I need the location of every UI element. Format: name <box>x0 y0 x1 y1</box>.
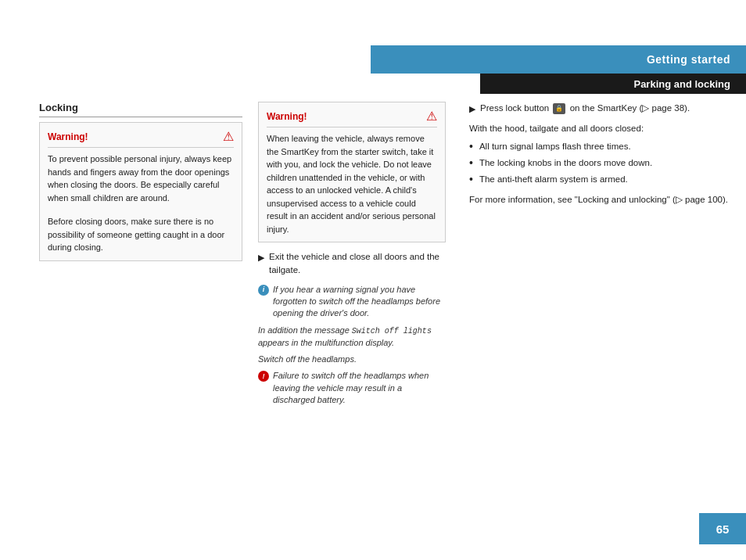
left-warning-text2: Before closing doors, make sure there is… <box>48 215 234 254</box>
subheader-bar: Parking and locking <box>480 74 746 94</box>
right-arrow-text2: on the SmartKey (▷ page 38). <box>570 103 690 113</box>
code-switch-off: Switch off lights <box>352 327 432 336</box>
list-item-text-3: The anti-theft alarm system is armed. <box>479 173 628 186</box>
main-content: Locking Warning! ⚠ To prevent possible p… <box>39 102 730 505</box>
left-warning-triangle: ⚠ <box>223 129 234 144</box>
page-number-box: 65 <box>699 513 746 544</box>
info-note-block: i If you hear a warning signal you have … <box>258 284 446 320</box>
italic-text2: appears in the multifunction display. <box>258 338 394 347</box>
bullet-dot-2: • <box>469 156 473 170</box>
list-item-text-1: All turn signal lamps flash three times. <box>479 140 631 153</box>
mid-warning-label: Warning! <box>267 111 307 122</box>
for-more-text: For more information, see "Locking and u… <box>469 193 730 206</box>
mid-arrow-text1: Exit the vehicle and close all doors and… <box>269 250 446 278</box>
list-item-3: • The anti-theft alarm system is armed. <box>469 173 730 186</box>
with-hood-text: With the hood, tailgate and all doors cl… <box>469 122 730 135</box>
arrow-bullet-1: ▶ <box>258 251 264 264</box>
subsection-title: Parking and locking <box>633 78 730 90</box>
page-number: 65 <box>716 522 730 536</box>
mid-warning-triangle: ⚠ <box>426 109 437 124</box>
lock-icon: 🔒 <box>553 103 565 114</box>
right-column: ▶ Press lock button 🔒 on the SmartKey (▷… <box>461 102 730 505</box>
mid-column: Warning! ⚠ When leaving the vehicle, alw… <box>258 102 461 505</box>
list-item-1: • All turn signal lamps flash three time… <box>469 140 730 153</box>
list-item-text-2: The locking knobs in the doors move down… <box>479 156 652 170</box>
bullet-dot-1: • <box>469 140 473 153</box>
left-warning-box: Warning! ⚠ To prevent possible personal … <box>39 122 242 261</box>
mid-warning-body: When leaving the vehicle, always remove … <box>267 132 437 235</box>
right-arrow-bullet: ▶ <box>469 102 475 116</box>
section-heading-locking: Locking <box>39 102 242 117</box>
left-column: Locking Warning! ⚠ To prevent possible p… <box>39 102 258 505</box>
mid-arrow-item1: ▶ Exit the vehicle and close all doors a… <box>258 250 446 278</box>
left-warning-label: Warning! <box>48 131 88 142</box>
italic-block-1: In addition the message Switch off light… <box>258 325 446 349</box>
feature-bullet-list: • All turn signal lamps flash three time… <box>469 140 730 187</box>
mid-warning-header: Warning! ⚠ <box>267 109 437 127</box>
left-warning-header: Warning! ⚠ <box>48 129 234 148</box>
right-arrow-item1: ▶ Press lock button 🔒 on the SmartKey (▷… <box>469 102 730 116</box>
warn-note-block: ! Failure to switch off the headlamps wh… <box>258 370 446 406</box>
italic-block-2: Switch off the headlamps. <box>258 354 446 365</box>
warn-icon-red: ! <box>258 371 269 382</box>
info-note-text: If you hear a warning signal you have fo… <box>273 284 446 320</box>
right-arrow-text: Press lock button 🔒 on the SmartKey (▷ p… <box>480 102 690 115</box>
section-title: Getting started <box>647 53 730 66</box>
bullet-dot-3: • <box>469 173 473 186</box>
italic-text1: In addition the message <box>258 325 352 335</box>
warn-note-text: Failure to switch off the headlamps when… <box>273 370 446 406</box>
info-icon: i <box>258 285 269 296</box>
mid-warning-box: Warning! ⚠ When leaving the vehicle, alw… <box>258 102 446 242</box>
list-item-2: • The locking knobs in the doors move do… <box>469 156 730 170</box>
header-bar: Getting started <box>371 45 746 74</box>
left-warning-text1: To prevent possible personal injury, alw… <box>48 153 234 204</box>
